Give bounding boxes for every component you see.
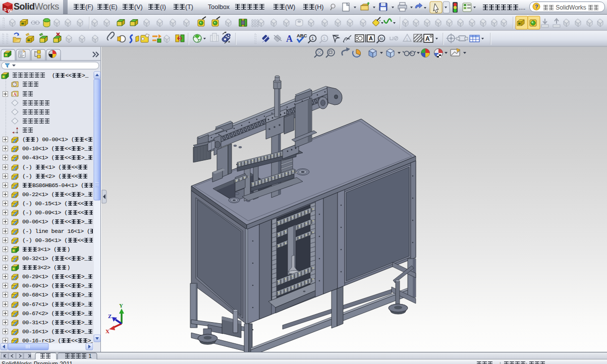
svg-text:?: ?: [535, 4, 538, 10]
svg-text:A: A: [286, 34, 293, 44]
svg-text:1: 1: [311, 36, 314, 41]
svg-text:W: W: [8, 8, 12, 13]
svg-text:1: 1: [406, 37, 409, 42]
svg-text:S: S: [4, 7, 7, 12]
svg-text:X: X: [105, 328, 109, 334]
svg-text:Y: Y: [119, 302, 123, 309]
svg-text:1: 1: [323, 36, 325, 41]
svg-text:A: A: [369, 35, 373, 41]
svg-text:Z: Z: [108, 313, 112, 319]
svg-text:ABC: ABC: [297, 33, 307, 38]
svg-text:AI: AI: [379, 36, 383, 41]
svg-text:A: A: [425, 35, 430, 42]
